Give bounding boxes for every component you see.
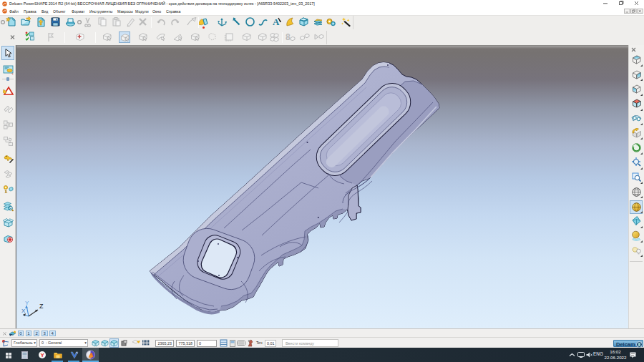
svg-text:8: 8 <box>286 32 291 42</box>
svg-text:Z: Z <box>39 303 44 310</box>
svg-text:X: X <box>21 308 26 314</box>
svg-text:Y: Y <box>25 300 29 306</box>
